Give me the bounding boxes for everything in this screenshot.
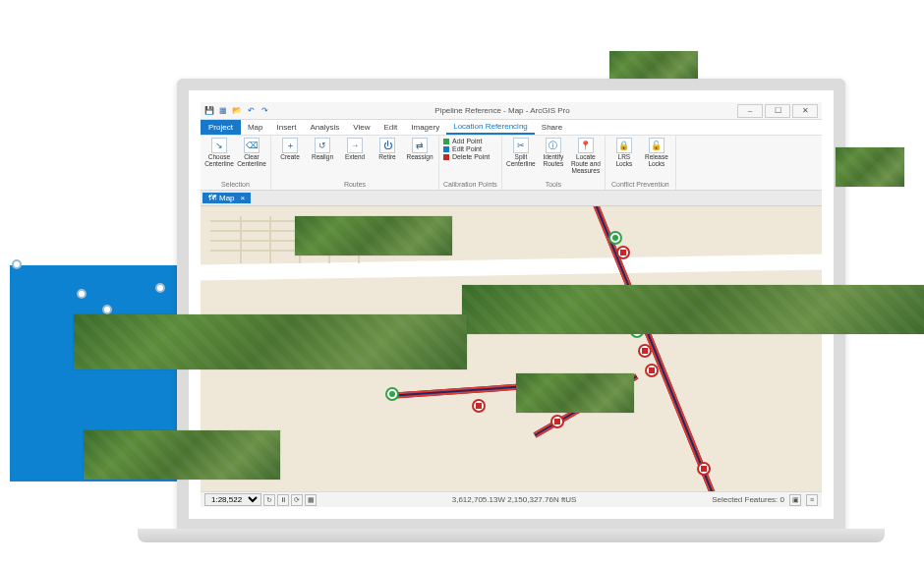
marker-red[interactable]	[550, 415, 564, 428]
decorative-node	[77, 289, 87, 299]
view-tabs: Map ×	[201, 191, 822, 206]
create-icon: ＋	[282, 138, 298, 153]
release-locks-button[interactable]: 🔓Release Locks	[642, 138, 671, 168]
ribbon-group-label: Selection	[204, 180, 266, 188]
create-route-button[interactable]: ＋Create	[275, 138, 305, 161]
marker-red[interactable]	[697, 462, 711, 476]
road-highway	[201, 254, 822, 280]
delete-point-icon	[443, 154, 449, 160]
ribbon: ↘ Choose Centerline ⌫ Clear Centerline S…	[201, 136, 822, 191]
coordinates-readout: 3,612,705.13W 2,150,327.76N ftUS	[317, 495, 712, 504]
ribbon-group-selection: ↘ Choose Centerline ⌫ Clear Centerline S…	[201, 136, 271, 190]
aerial-fragment	[516, 373, 634, 413]
scale-dropdown[interactable]: 1:28,522	[204, 493, 261, 506]
refresh-button[interactable]: ⟳	[291, 494, 303, 506]
tab-imagery[interactable]: Imagery	[404, 120, 446, 135]
view-mode-button[interactable]: ▦	[305, 494, 317, 506]
selection-button[interactable]: ▣	[789, 494, 801, 506]
marker-green[interactable]	[385, 387, 399, 401]
selected-features-label: Selected Features: 0	[712, 495, 784, 504]
locate-icon: 📍	[578, 138, 594, 153]
marker-red[interactable]	[472, 399, 486, 413]
unlock-icon: 🔓	[649, 138, 664, 153]
tab-insert[interactable]: Insert	[269, 120, 303, 135]
quick-access-toolbar: 💾 ▦ 📂 ↶ ↷	[204, 106, 269, 116]
ribbon-group-conflict-prevention: 🔒LRS Locks 🔓Release Locks Conflict Preve…	[606, 136, 676, 190]
add-point-icon	[443, 139, 449, 144]
pipeline-primary[interactable]	[591, 206, 743, 491]
add-point-button[interactable]: Add Point	[443, 138, 490, 144]
road-minor	[240, 216, 242, 263]
ribbon-tabs: Project Map Insert Analysis View Edit Im…	[201, 120, 822, 136]
identify-icon: ⓘ	[546, 138, 561, 153]
aerial-fragment	[836, 147, 904, 187]
minimize-button[interactable]: –	[737, 104, 763, 118]
tab-map[interactable]: Map	[241, 120, 270, 135]
redo-icon[interactable]: ↷	[260, 106, 269, 116]
split-centerline-button[interactable]: ✂Split Centerline	[506, 138, 536, 168]
delete-point-button[interactable]: Delete Point	[443, 153, 490, 160]
aerial-fragment	[462, 285, 924, 334]
tab-edit[interactable]: Edit	[376, 120, 404, 135]
close-button[interactable]: ✕	[792, 104, 818, 118]
reassign-icon: ⇄	[412, 138, 428, 153]
save-icon[interactable]: 💾	[204, 106, 214, 116]
extend-icon: →	[347, 138, 363, 153]
split-icon: ✂	[513, 138, 529, 153]
undo-icon[interactable]: ↶	[246, 106, 256, 116]
tab-view[interactable]: View	[346, 120, 376, 135]
reassign-route-button[interactable]: ⇄Reassign	[405, 138, 434, 161]
realign-icon: ↺	[315, 138, 330, 153]
scale-control[interactable]: 1:28,522	[204, 493, 261, 506]
extend-route-button[interactable]: →Extend	[340, 138, 370, 161]
ribbon-group-label: Calibration Points	[443, 180, 497, 188]
tab-share[interactable]: Share	[535, 120, 569, 135]
catalog-button[interactable]: ≡	[806, 494, 818, 506]
tab-location-referencing[interactable]: Location Referencing	[446, 120, 535, 135]
tab-analysis[interactable]: Analysis	[303, 120, 346, 135]
map-view-tab[interactable]: Map ×	[202, 193, 251, 203]
aerial-fragment	[84, 430, 280, 480]
choose-centerline-button[interactable]: ↘ Choose Centerline	[204, 138, 234, 168]
marker-red[interactable]	[638, 344, 652, 358]
ribbon-group-label: Routes	[275, 180, 434, 188]
aerial-fragment	[74, 314, 467, 369]
ribbon-group-label: Tools	[506, 180, 601, 188]
close-tab-icon[interactable]: ×	[241, 194, 246, 202]
edit-point-button[interactable]: Edit Point	[443, 145, 490, 152]
titlebar: 💾 ▦ 📂 ↶ ↷ Pipeline Reference - Map - Arc…	[201, 102, 822, 120]
ribbon-group-tools: ✂Split Centerline ⓘIdentify Routes 📍Loca…	[502, 136, 606, 190]
new-icon[interactable]: ▦	[218, 106, 228, 116]
aerial-fragment	[609, 51, 698, 79]
aerial-fragment	[295, 216, 452, 255]
marker-red[interactable]	[616, 246, 630, 259]
edit-point-icon	[443, 146, 449, 152]
marker-green[interactable]	[608, 231, 622, 245]
lrs-locks-button[interactable]: 🔒LRS Locks	[609, 138, 639, 168]
retire-route-button[interactable]: ⏻Retire	[373, 138, 402, 161]
retire-icon: ⏻	[379, 138, 395, 153]
ribbon-group-label: Conflict Prevention	[609, 180, 671, 188]
lock-icon: 🔒	[616, 138, 632, 153]
ribbon-group-routes: ＋Create ↺Realign →Extend ⏻Retire ⇄Reassi…	[271, 136, 439, 190]
pause-drawing-button[interactable]: ⏸	[277, 494, 289, 506]
decorative-node	[155, 283, 165, 293]
choose-centerline-icon: ↘	[211, 138, 227, 153]
locate-route-measures-button[interactable]: 📍Locate Route and Measures	[571, 138, 601, 174]
clear-centerline-button[interactable]: ⌫ Clear Centerline	[237, 138, 266, 168]
tab-project[interactable]: Project	[201, 120, 241, 135]
laptop-base	[138, 529, 885, 542]
open-icon[interactable]: 📂	[232, 106, 242, 116]
decorative-node	[12, 259, 22, 269]
maximize-button[interactable]: ☐	[765, 104, 790, 118]
road-minor	[269, 216, 271, 263]
statusbar: 1:28,522 ↻ ⏸ ⟳ ▦ 3,612,705.13W 2,150,327…	[201, 491, 822, 507]
window-title: Pipeline Reference - Map - ArcGIS Pro	[269, 106, 735, 115]
clear-centerline-icon: ⌫	[244, 138, 260, 153]
decorative-node	[102, 305, 112, 314]
rotation-button[interactable]: ↻	[263, 494, 275, 506]
ribbon-group-calibration-points: Add Point Edit Point Delete Point Calibr…	[439, 136, 502, 190]
marker-red[interactable]	[645, 364, 659, 377]
realign-route-button[interactable]: ↺Realign	[308, 138, 337, 161]
identify-routes-button[interactable]: ⓘIdentify Routes	[539, 138, 568, 168]
